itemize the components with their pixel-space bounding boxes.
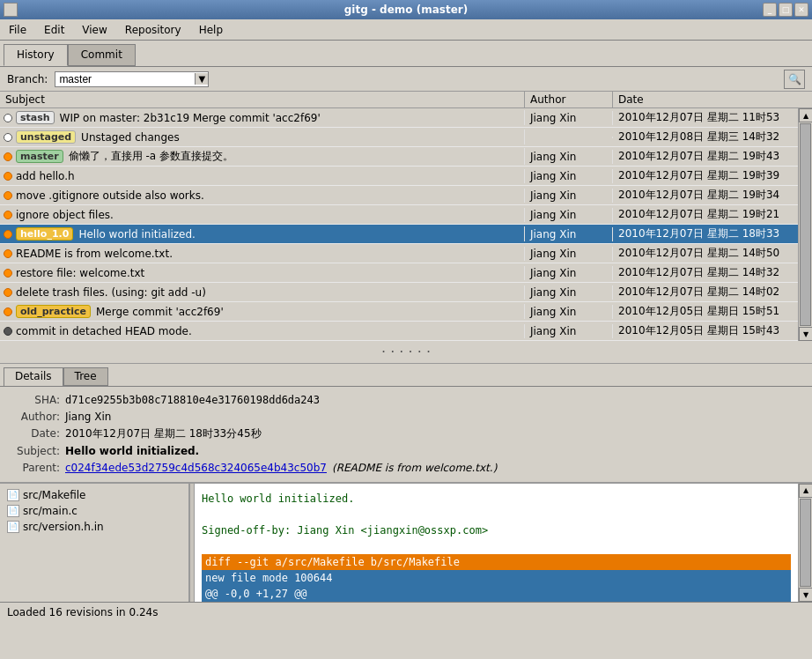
sha-value: d71ce9255b3b08c718810e4e31760198dd6da243 xyxy=(65,392,320,409)
window-title: gitg - demo (master) xyxy=(344,4,469,16)
file-name: src/main.c xyxy=(23,505,78,517)
commit-subject: 偷懒了，直接用 -a 参数直接提交。 xyxy=(69,149,233,164)
diff-text: Hello world initialized. Signed-off-by: … xyxy=(195,484,798,602)
window-controls: _ □ ✕ xyxy=(763,3,808,17)
commit-dot xyxy=(4,327,12,336)
scroll-down-button[interactable]: ▼ xyxy=(799,327,812,341)
commit-row[interactable]: README is from welcome.txt. Jiang Xin 20… xyxy=(0,244,798,263)
detail-tab-bar: Details Tree xyxy=(0,364,812,387)
status-bar: Loaded 16 revisions in 0.24s xyxy=(0,602,812,621)
commit-subject: Merge commit 'acc2f69' xyxy=(96,306,224,318)
commit-dot xyxy=(4,133,12,142)
menu-repository[interactable]: Repository xyxy=(120,22,187,38)
right-scroll-up[interactable]: ▲ xyxy=(799,484,812,498)
commit-row[interactable]: move .gitignore outside also works. Jian… xyxy=(0,186,798,205)
commit-cell-author xyxy=(525,137,613,138)
file-icon: 📄 xyxy=(7,505,19,517)
file-item[interactable]: 📄src/version.h.in xyxy=(0,519,188,535)
commit-row[interactable]: unstagedUnstaged changes 2010年12月08日 星期三… xyxy=(0,128,798,147)
branch-selector[interactable]: ▼ xyxy=(55,71,209,87)
bottom-pane: Details Tree SHA: d71ce9255b3b08c718810e… xyxy=(0,364,812,602)
commit-row[interactable]: ignore object files. Jiang Xin 2010年12月0… xyxy=(0,205,798,225)
commit-dot xyxy=(4,211,12,219)
commit-cell-date: 2010年12月07日 星期二 14时02 xyxy=(613,284,798,300)
commit-subject: WIP on master: 2b31c19 Merge commit 'acc… xyxy=(60,112,321,124)
commit-row[interactable]: hello_1.0Hello world initialized. Jiang … xyxy=(0,225,798,244)
subject-value: Hello world initialized. xyxy=(65,443,199,460)
commit-badge: old_practice xyxy=(16,305,91,318)
commit-row[interactable]: old_practiceMerge commit 'acc2f69' Jiang… xyxy=(0,302,798,322)
commit-cell-author: Jiang Xin xyxy=(525,189,613,203)
commit-dot xyxy=(4,191,12,200)
menu-edit[interactable]: Edit xyxy=(39,22,70,38)
commit-dot xyxy=(4,288,12,297)
scroll-up-button[interactable]: ▲ xyxy=(799,108,812,122)
commit-cell-date: 2010年12月07日 星期二 11时53 xyxy=(613,109,798,126)
maximize-button[interactable]: □ xyxy=(779,3,793,17)
diff-spacer xyxy=(202,538,791,554)
dots-indicator: · · · · · · xyxy=(0,341,812,364)
commit-row[interactable]: master偷懒了，直接用 -a 参数直接提交。 Jiang Xin 2010年… xyxy=(0,147,798,167)
diff-signed-off: Signed-off-by: Jiang Xin <jiangxin@ossxp… xyxy=(202,522,791,538)
commit-list: stashWIP on master: 2b31c19 Merge commit… xyxy=(0,108,798,341)
menu-view[interactable]: View xyxy=(77,22,112,38)
commit-cell-author: Jiang Xin xyxy=(525,150,613,164)
commit-cell-author: Jiang Xin xyxy=(525,266,613,280)
header-date: Date xyxy=(613,92,798,107)
tab-commit[interactable]: Commit xyxy=(68,44,136,66)
tab-details[interactable]: Details xyxy=(4,367,63,386)
menu-help[interactable]: Help xyxy=(194,22,228,38)
commit-dot xyxy=(4,269,12,278)
commit-cell-author: Jiang Xin xyxy=(525,169,613,183)
commit-cell-subject: move .gitignore outside also works. xyxy=(0,189,525,203)
right-scroll-thumb[interactable] xyxy=(800,499,811,587)
date-label: Date: xyxy=(7,426,60,442)
branch-dropdown-button[interactable]: ▼ xyxy=(195,73,208,85)
commit-subject: ignore object files. xyxy=(16,209,114,221)
date-row: Date: 2010年12月07日 星期二 18时33分45秒 xyxy=(7,426,805,442)
commit-table-header: Subject Author Date xyxy=(0,92,812,108)
commit-row[interactable]: commit in detached HEAD mode. Jiang Xin … xyxy=(0,322,798,341)
minimize-button[interactable]: _ xyxy=(763,3,777,17)
tab-history[interactable]: History xyxy=(4,44,68,66)
commit-cell-author: Jiang Xin xyxy=(525,227,613,241)
date-value: 2010年12月07日 星期二 18时33分45秒 xyxy=(65,426,262,442)
scroll-thumb[interactable] xyxy=(800,123,811,326)
commit-dot xyxy=(4,307,12,316)
diff-header-2 xyxy=(202,507,791,522)
parent-link[interactable]: c024f34ede53d2759c4d568c324065e4b43c50b7 xyxy=(65,460,327,477)
menu-file[interactable]: File xyxy=(4,22,32,38)
commit-cell-subject: commit in detached HEAD mode. xyxy=(0,324,525,338)
commit-cell-subject: README is from welcome.txt. xyxy=(0,247,525,261)
commit-scrollbar[interactable]: ▲ ▼ xyxy=(798,108,812,341)
branch-input[interactable] xyxy=(55,72,195,86)
commit-cell-author: Jiang Xin xyxy=(525,247,613,261)
commit-cell-subject: restore file: welcome.txt xyxy=(0,266,525,280)
right-scroll-down[interactable]: ▼ xyxy=(799,588,812,602)
status-text: Loaded 16 revisions in 0.24s xyxy=(7,606,159,618)
branch-label: Branch: xyxy=(7,73,48,85)
commit-cell-author: Jiang Xin xyxy=(525,285,613,300)
close-button[interactable]: ✕ xyxy=(794,3,808,17)
commit-cell-date: 2010年12月07日 星期二 14时50 xyxy=(613,245,798,262)
commit-subject: README is from welcome.txt. xyxy=(16,248,173,260)
commit-row[interactable]: restore file: welcome.txt Jiang Xin 2010… xyxy=(0,263,798,283)
commit-cell-date: 2010年12月05日 星期日 15时43 xyxy=(613,322,798,339)
file-name: src/Makefile xyxy=(23,489,85,501)
commit-row[interactable]: add hello.h Jiang Xin 2010年12月07日 星期二 19… xyxy=(0,167,798,186)
parent-row: Parent: c024f34ede53d2759c4d568c324065e4… xyxy=(7,460,805,477)
branch-bar: Branch: ▼ 🔍 xyxy=(0,67,812,92)
file-item[interactable]: 📄src/main.c xyxy=(0,503,188,519)
content-area: 📄src/Makefile📄src/main.c📄src/version.h.i… xyxy=(0,483,812,602)
file-item[interactable]: 📄src/Makefile xyxy=(0,487,188,503)
details-section: SHA: d71ce9255b3b08c718810e4e31760198dd6… xyxy=(0,387,812,483)
right-scrollbar[interactable]: ▲ ▼ xyxy=(798,484,812,602)
tab-tree[interactable]: Tree xyxy=(63,367,108,386)
commit-row[interactable]: delete trash files. (using: git add -u) … xyxy=(0,283,798,302)
search-button[interactable]: 🔍 xyxy=(784,70,805,89)
diff-header-1: Hello world initialized. xyxy=(202,491,791,507)
commit-cell-date: 2010年12月07日 星期二 18时33 xyxy=(613,226,798,242)
commit-row[interactable]: stashWIP on master: 2b31c19 Merge commit… xyxy=(0,108,798,128)
parent-label: Parent: xyxy=(7,460,60,477)
file-list-pane: 📄src/Makefile📄src/main.c📄src/version.h.i… xyxy=(0,484,189,602)
